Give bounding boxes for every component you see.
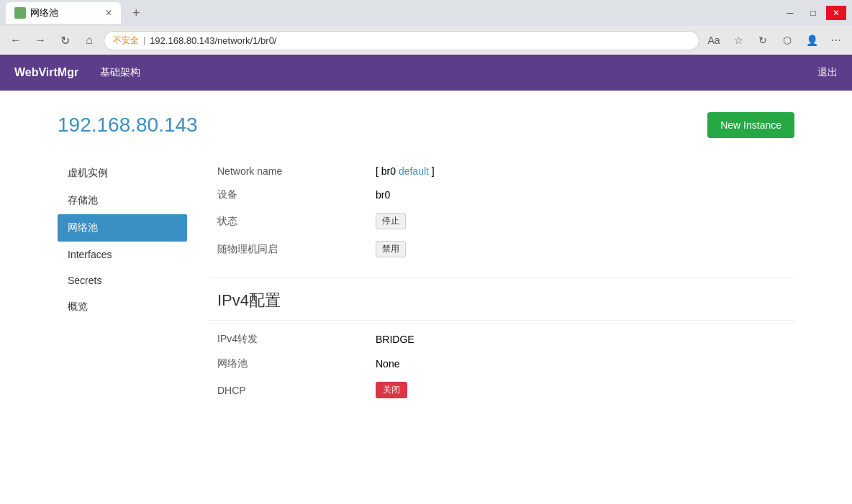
- address-text: 192.168.80.143/network/1/br0/: [150, 35, 276, 46]
- status-label: 状态: [209, 207, 367, 235]
- page-title: 192.168.80.143: [58, 114, 198, 137]
- ipv4-info-table: IPv4转发 BRIDGE 网络池 None DHCP 关闭: [209, 327, 794, 404]
- table-row: IPv4转发 BRIDGE: [209, 327, 794, 352]
- network-name-bracket-close: ]: [432, 165, 435, 177]
- reader-view-button[interactable]: Aa: [704, 30, 724, 50]
- table-row: 设备 br0: [209, 183, 794, 207]
- section-divider: [209, 278, 794, 278]
- security-warning: 不安全: [113, 35, 139, 47]
- app-container: WebVirtMgr 基础架构 退出 192.168.80.143 New In…: [0, 55, 852, 504]
- browser-addressbar: ← → ↻ ⌂ 不安全 | 192.168.80.143/network/1/b…: [0, 26, 852, 55]
- autostart-value-cell: 禁用: [367, 235, 794, 263]
- status-value-cell: 停止: [367, 207, 794, 235]
- table-row: 网络池 None: [209, 352, 794, 376]
- table-row: 随物理机同启 禁用: [209, 235, 794, 263]
- minimize-button[interactable]: ─: [780, 6, 800, 20]
- browser-chrome: 网络池 ✕ + ─ □ ✕ ← → ↻ ⌂ 不安全 | 192.168.80.1…: [0, 0, 852, 55]
- table-row: DHCP 关闭: [209, 376, 794, 404]
- network-info-table: Network name [ br0 default ] 设备 br0: [209, 160, 794, 263]
- pool-value: None: [367, 352, 794, 376]
- tab-favicon: [14, 7, 26, 19]
- sidebar-item-network[interactable]: 网络池: [58, 214, 187, 242]
- sidebar-item-storage[interactable]: 存储池: [58, 187, 187, 214]
- dhcp-label: DHCP: [209, 376, 367, 404]
- table-row: Network name [ br0 default ]: [209, 160, 794, 183]
- maximize-button[interactable]: □: [803, 6, 823, 20]
- refresh-page-button[interactable]: ↻: [753, 30, 773, 50]
- ipv4-section-title: IPv4配置: [209, 281, 794, 321]
- address-bar-container[interactable]: 不安全 | 192.168.80.143/network/1/br0/: [104, 31, 699, 50]
- brand-logo: WebVirtMgr: [14, 66, 78, 79]
- table-row: 状态 停止: [209, 207, 794, 235]
- sidebar-item-storage-label: 存储池: [68, 194, 98, 206]
- sidebar-item-interfaces[interactable]: Interfaces: [58, 242, 187, 267]
- sidebar-item-overview-label: 概览: [68, 301, 88, 312]
- logout-button[interactable]: 退出: [817, 66, 838, 79]
- profile-button[interactable]: 👤: [802, 30, 822, 50]
- nav-link-infrastructure[interactable]: 基础架构: [100, 66, 140, 79]
- bookmark-button[interactable]: ☆: [728, 30, 748, 50]
- close-button[interactable]: ✕: [826, 6, 846, 20]
- dhcp-value-cell: 关闭: [367, 376, 794, 404]
- sidebar-item-secrets[interactable]: Secrets: [58, 267, 187, 293]
- content-area: Network name [ br0 default ] 设备 br0: [209, 160, 794, 418]
- device-value: br0: [367, 183, 794, 207]
- sidebar-item-secrets-label: Secrets: [68, 275, 101, 286]
- status-badge: 停止: [376, 213, 406, 229]
- sidebar-item-vms[interactable]: 虚机实例: [58, 160, 187, 187]
- extensions-button[interactable]: ⬡: [777, 30, 797, 50]
- refresh-button[interactable]: ↻: [55, 30, 75, 50]
- sidebar-item-overview[interactable]: 概览: [58, 293, 187, 321]
- menu-button[interactable]: ⋯: [826, 30, 846, 50]
- new-instance-button[interactable]: New Instance: [707, 112, 794, 138]
- tab-title: 网络池: [30, 6, 58, 19]
- ipv4-forward-value: BRIDGE: [367, 327, 794, 352]
- forward-button[interactable]: →: [30, 30, 50, 50]
- ipv4-section-divider: [209, 324, 794, 324]
- new-tab-button[interactable]: +: [127, 3, 146, 24]
- network-name-link[interactable]: default: [399, 165, 429, 177]
- top-navigation: WebVirtMgr 基础架构 退出: [0, 55, 852, 91]
- pool-label: 网络池: [209, 352, 367, 376]
- sidebar: 虚机实例 存储池 网络池 Interfaces Secrets 概览: [58, 160, 187, 418]
- security-separator: |: [143, 35, 145, 45]
- autostart-label: 随物理机同启: [209, 235, 367, 263]
- main-layout: 虚机实例 存储池 网络池 Interfaces Secrets 概览: [58, 160, 794, 418]
- tab-close-button[interactable]: ✕: [105, 8, 112, 18]
- autostart-badge: 禁用: [376, 241, 406, 257]
- back-button[interactable]: ←: [6, 30, 26, 50]
- ipv4-forward-label: IPv4转发: [209, 327, 367, 352]
- network-name-label: Network name: [209, 160, 367, 183]
- network-name-value: [ br0 default ]: [367, 160, 794, 183]
- sidebar-item-network-label: 网络池: [68, 221, 98, 233]
- sidebar-item-interfaces-label: Interfaces: [68, 249, 112, 260]
- device-label: 设备: [209, 183, 367, 207]
- dhcp-badge: 关闭: [376, 382, 407, 398]
- page-content: 192.168.80.143 New Instance 虚机实例 存储池 网络池…: [0, 91, 852, 440]
- browser-tab[interactable]: 网络池 ✕: [6, 2, 121, 24]
- network-name-bracket-open: [ br0: [376, 165, 396, 177]
- browser-titlebar: 网络池 ✕ + ─ □ ✕: [0, 0, 852, 26]
- sidebar-item-vms-label: 虚机实例: [68, 167, 108, 178]
- page-header: 192.168.80.143 New Instance: [58, 112, 794, 138]
- window-controls: ─ □ ✕: [780, 6, 846, 20]
- home-button[interactable]: ⌂: [79, 30, 99, 50]
